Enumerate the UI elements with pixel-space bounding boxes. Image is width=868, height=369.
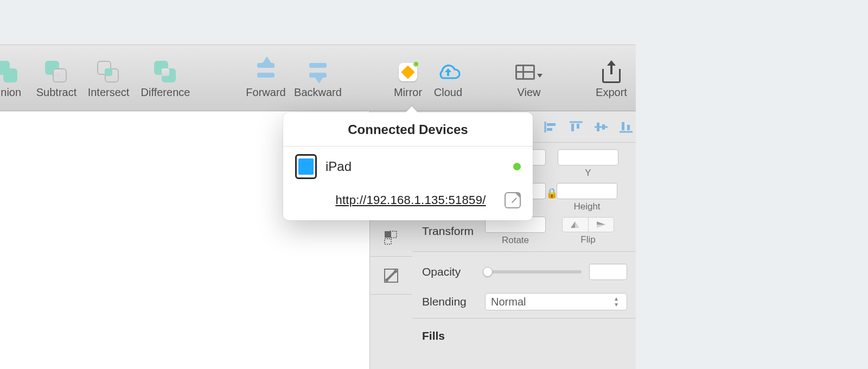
- blending-label: Blending: [422, 295, 485, 308]
- svg-rect-1: [547, 128, 552, 131]
- svg-rect-7: [627, 125, 630, 130]
- height-input[interactable]: [557, 183, 617, 199]
- mirror-url-row: http://192.168.1.135:51859/: [283, 187, 533, 220]
- cloud-button[interactable]: Cloud: [431, 45, 465, 112]
- cloud-upload-icon: [436, 62, 461, 82]
- intersect-button[interactable]: Intersect: [84, 45, 133, 112]
- bring-forward-icon: [255, 61, 277, 84]
- align-top-icon[interactable]: [566, 119, 586, 135]
- intersect-label: Intersect: [84, 83, 133, 99]
- opacity-label: Opacity: [422, 265, 485, 278]
- opacity-input[interactable]: [589, 264, 627, 280]
- tab-layers-icon[interactable]: [370, 219, 412, 257]
- cloud-label: Cloud: [431, 83, 465, 99]
- blending-select[interactable]: Normal: [485, 293, 627, 310]
- export-button[interactable]: Export: [592, 45, 630, 112]
- svg-rect-2: [571, 124, 574, 131]
- flip-horizontal-icon[interactable]: [563, 218, 589, 232]
- intersect-icon: [97, 61, 120, 84]
- difference-icon: [154, 61, 177, 84]
- svg-rect-0: [547, 123, 556, 126]
- device-row[interactable]: iPad: [283, 147, 533, 187]
- difference-label: Difference: [137, 83, 194, 99]
- tab-vector-icon[interactable]: [370, 257, 412, 295]
- subtract-label: Subtract: [31, 83, 81, 99]
- position-y-input[interactable]: [558, 149, 618, 166]
- export-label: Export: [592, 83, 630, 99]
- stepper-icon: [611, 296, 621, 308]
- lock-aspect-icon[interactable]: 🔒: [546, 187, 557, 199]
- union-label: Union: [0, 83, 26, 99]
- view-label: View: [510, 83, 548, 99]
- mirror-icon: [397, 61, 419, 83]
- svg-rect-4: [597, 123, 599, 131]
- mirror-label: Mirror: [391, 83, 425, 99]
- send-backward-icon: [307, 61, 329, 84]
- view-icon: [515, 65, 542, 80]
- subtract-icon: [45, 61, 68, 84]
- subtract-button[interactable]: Subtract: [31, 45, 81, 112]
- export-icon: [602, 61, 621, 83]
- separator: [412, 318, 636, 319]
- device-status-dot: [513, 163, 521, 170]
- flip-segmented[interactable]: [562, 217, 614, 232]
- backward-label: Backward: [291, 83, 345, 99]
- svg-point-16: [385, 278, 388, 282]
- blending-value: Normal: [491, 296, 526, 308]
- fills-section-title: Fills: [422, 322, 627, 345]
- backward-button[interactable]: Backward: [291, 45, 345, 112]
- mirror-url-link[interactable]: http://192.168.1.135:51859/: [327, 193, 495, 207]
- align-bottom-icon[interactable]: [616, 119, 636, 135]
- mirror-popover: Connected Devices iPad http://192.168.1.…: [283, 112, 533, 220]
- align-left-icon[interactable]: [541, 119, 561, 135]
- svg-rect-3: [577, 124, 579, 129]
- mirror-button[interactable]: Mirror: [391, 45, 425, 112]
- blending-row: Blending Normal: [422, 289, 627, 315]
- rotate-sublabel: Rotate: [502, 235, 529, 246]
- flip-vertical-icon[interactable]: [589, 218, 614, 232]
- device-name: iPad: [326, 159, 505, 174]
- flip-sublabel: Flip: [580, 234, 595, 245]
- union-button[interactable]: Union: [0, 45, 26, 112]
- union-icon: [0, 61, 18, 84]
- open-external-icon[interactable]: [505, 192, 521, 208]
- position-y-sublabel: Y: [585, 168, 591, 179]
- svg-rect-14: [385, 239, 391, 244]
- transform-label: Transform: [422, 225, 485, 238]
- forward-label: Forward: [243, 83, 289, 99]
- ipad-icon: [295, 154, 317, 179]
- align-middle-icon[interactable]: [591, 119, 611, 135]
- opacity-slider[interactable]: [485, 270, 582, 273]
- toolbar: Union Subtract Intersect Difference Forw…: [0, 44, 636, 111]
- opacity-row: Opacity: [422, 255, 627, 289]
- difference-button[interactable]: Difference: [137, 45, 194, 112]
- height-sublabel: Height: [573, 201, 600, 212]
- svg-rect-6: [622, 122, 624, 130]
- svg-point-17: [394, 270, 397, 273]
- separator: [412, 251, 636, 252]
- view-button[interactable]: View: [510, 45, 548, 112]
- svg-rect-5: [602, 124, 605, 130]
- forward-button[interactable]: Forward: [243, 45, 289, 112]
- popover-title: Connected Devices: [283, 112, 533, 147]
